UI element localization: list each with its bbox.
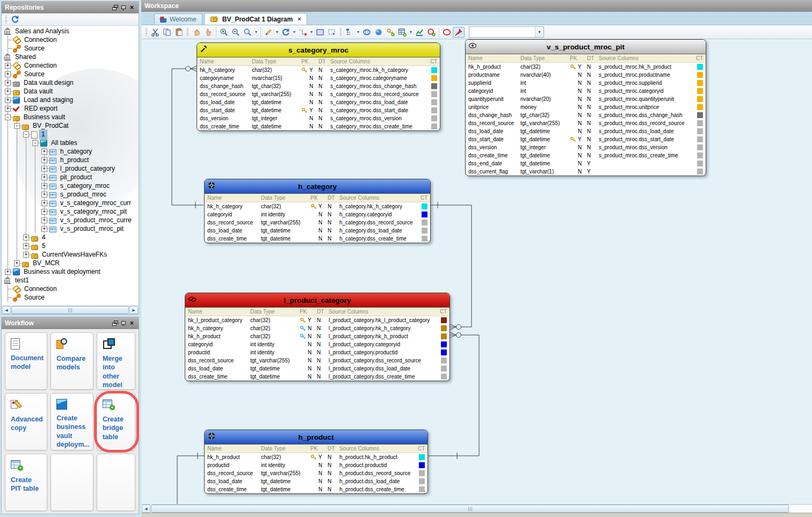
table-row-dss-load-date[interactable]: dss_load_datetgt_datetimeNNh_product.dss… <box>205 477 427 485</box>
tree-item-business-vault[interactable]: -Business vault <box>3 113 139 121</box>
diagram-table-s-category-mroc[interactable]: s_category_mrocNameData TypePKDTSource C… <box>197 42 440 131</box>
tree-layout-dropdown[interactable]: ▼ <box>356 27 361 38</box>
table-row-dss-start-date[interactable]: dss_start_datetgt_datetimeYNs_product_mr… <box>466 135 706 143</box>
table-row-dss-change-hash[interactable]: dss_change_hashtgt_char(32)NNs_product_m… <box>466 111 706 119</box>
scrollbar-thumb[interactable] <box>151 505 789 513</box>
tree-item-1[interactable]: -1 <box>3 130 139 139</box>
table-row-dss-start-date[interactable]: dss_start_datetgt_datetimeYNs_category_m… <box>197 106 440 114</box>
add-key-button[interactable] <box>385 27 396 38</box>
tree-item-data-vault-design[interactable]: +Data vault design <box>3 78 139 87</box>
float-panel-icon[interactable] <box>111 4 118 11</box>
expand-icon[interactable]: + <box>14 260 20 266</box>
table-row-dss-record-source[interactable]: dss_record_sourcetgt_varchar(255)NNs_cat… <box>197 90 440 98</box>
table-row-dss-create-time[interactable]: dss_create_timetgt_datetimeNNs_category_… <box>197 122 440 130</box>
tree-item-pit-product[interactable]: +pit_product <box>3 173 139 181</box>
expand-icon[interactable]: + <box>41 174 47 180</box>
tree-item-connection[interactable]: Connection <box>3 285 139 293</box>
tree-item-source[interactable]: +Source <box>3 70 139 78</box>
expand-icon[interactable]: + <box>41 166 47 172</box>
table-row-dss-version[interactable]: dss_versiontgt_integerNNs_category_mroc.… <box>197 114 440 122</box>
fit-diagram-button[interactable] <box>314 27 326 38</box>
tree-item-source[interactable]: Source <box>3 293 139 302</box>
table-row-dss-create-time[interactable]: dss_create_timetgt_datetimeNNh_product.d… <box>205 485 427 493</box>
tree-item-bv-prodcat[interactable]: -BV_ProdCat <box>3 121 139 130</box>
table-row-hk-h-product[interactable]: hk_h_productchar(32)NNl_product_category… <box>185 332 450 340</box>
pencil-dropdown[interactable]: ▼ <box>274 27 280 38</box>
ellipse-button[interactable] <box>361 27 373 38</box>
chevron-down-icon[interactable]: ▼ <box>535 27 543 37</box>
tree-item-4[interactable]: +4 <box>3 233 139 242</box>
scroll-left-icon[interactable]: ◀ <box>2 306 11 314</box>
table-row-categoryid[interactable]: categoryidintNNs_product_mroc.categoryid <box>466 87 706 95</box>
tree-item-v-s-product-mroc-curre[interactable]: +v_s_product_mroc_curre <box>3 216 139 224</box>
expand-icon[interactable]: + <box>23 235 29 241</box>
tree-item-l-product-category[interactable]: +l_product_category <box>3 164 139 173</box>
tree-item-connection[interactable]: +Connection <box>3 61 139 70</box>
table-row-dss-record-source[interactable]: dss_record_sourcetgt_varchar(255)NNh_cat… <box>205 219 430 227</box>
tree-item-test1[interactable]: test1 <box>3 276 139 285</box>
chart-button[interactable] <box>414 27 425 38</box>
workflow-tile-create-bridge-table[interactable]: Create bridge table <box>97 393 135 450</box>
expand-icon[interactable]: + <box>41 192 47 198</box>
rotate-dropdown[interactable]: ▼ <box>292 27 297 38</box>
pencil-button[interactable] <box>263 27 274 38</box>
diagram-canvas[interactable]: s_category_mrocNameData TypePKDTSource C… <box>141 39 812 504</box>
diagram-table-v-s-product-mroc-pit[interactable]: v_s_product_mroc_pitNameData TypePKDTSou… <box>465 39 706 176</box>
diagram-table-l-product-category[interactable]: l_product_categoryNameData TypePKDTSourc… <box>185 293 450 381</box>
zoom-out-button[interactable] <box>230 27 242 38</box>
sphere-button[interactable] <box>373 27 385 38</box>
tree-item-data-vault[interactable]: +Data vault <box>3 87 139 96</box>
tree-item-connection[interactable]: Connection <box>3 35 139 44</box>
float-panel-icon[interactable] <box>111 320 118 327</box>
expand-icon[interactable]: + <box>41 149 47 155</box>
tab-bv-prodcat-1-diagram[interactable]: BV_ProdCat 1 Diagram × <box>204 13 307 25</box>
copy-button[interactable] <box>161 27 173 38</box>
table-row-productid[interactable]: productidint identityNNh_product.product… <box>205 461 427 469</box>
expand-icon[interactable]: + <box>41 226 47 232</box>
tree-item-source[interactable]: Source <box>3 44 139 53</box>
workflow-tile-advanced-copy[interactable]: Advanced copy <box>5 393 47 450</box>
expand-icon[interactable]: + <box>5 97 11 103</box>
refresh-button[interactable] <box>9 14 21 25</box>
add-table-button[interactable] <box>396 27 408 38</box>
close-panel-icon[interactable]: × <box>128 320 135 327</box>
table-row-supplierid[interactable]: supplieridintNNs_product_mroc.supplierid <box>466 79 706 87</box>
table-row-dss-end-date[interactable]: dss_end_datetgt_datetimeNY <box>466 159 706 168</box>
table-row-dss-load-date[interactable]: dss_load_datetgt_datetimeNNs_category_mr… <box>197 98 440 106</box>
close-tab-icon[interactable]: × <box>298 16 301 22</box>
expand-icon[interactable]: + <box>5 63 11 69</box>
tree-item-red-export[interactable]: +RED export <box>3 104 139 113</box>
connector-dropdown[interactable]: ▼ <box>309 27 314 38</box>
expand-icon[interactable]: + <box>23 252 29 258</box>
tree-layout-button[interactable] <box>344 27 356 38</box>
zoom-dropdown[interactable]: ▼ <box>253 27 259 38</box>
expand-icon[interactable]: + <box>5 71 11 77</box>
close-panel-icon[interactable]: × <box>128 4 135 11</box>
zoom-in-button[interactable] <box>218 27 230 38</box>
zoom-button[interactable] <box>242 27 253 38</box>
collapse-icon[interactable]: - <box>23 132 29 137</box>
connector-button[interactable] <box>297 27 309 38</box>
tree-item-v-s-category-mroc-pit[interactable]: +v_s_category_mroc_pit <box>3 207 139 216</box>
workflow-tile-create-pit-table[interactable]: Create PIT table <box>5 454 47 511</box>
pin-panel-icon[interactable] <box>120 4 127 11</box>
table-row-dss-load-date[interactable]: dss_load_datetgt_datetimeNNs_product_mro… <box>466 127 706 135</box>
table-row-dss-create-time[interactable]: dss_create_timetgt_datetimeNNs_product_m… <box>466 151 706 159</box>
collapse-icon[interactable]: - <box>32 140 38 146</box>
repositories-scrollbar[interactable]: ◀ ▶ <box>2 305 139 314</box>
pin-panel-icon[interactable] <box>120 320 127 327</box>
table-row-dss-change-hash[interactable]: dss_change_hashtgt_char(32)NNs_category_… <box>197 82 440 90</box>
scrollbar-thumb[interactable] <box>11 306 129 314</box>
red-ellipse-button[interactable] <box>441 27 453 38</box>
expand-icon[interactable]: + <box>41 157 47 163</box>
tree-item-bv-mcr[interactable]: +BV_MCR <box>3 259 139 267</box>
table-row-categoryid[interactable]: categoryidint identityNNl_product_catego… <box>185 340 450 348</box>
expand-icon[interactable]: + <box>5 269 11 275</box>
diagram-table-h-product[interactable]: h_productNameData TypePKDTSource Columns… <box>204 429 428 494</box>
add-circle-button[interactable] <box>425 27 437 38</box>
pin-button[interactable] <box>453 27 465 38</box>
table-row-categoryid[interactable]: categoryidint identityNNh_category.categ… <box>205 210 430 219</box>
table-row-dss-record-source[interactable]: dss_record_sourcetgt_varchar(255)NNl_pro… <box>185 356 450 365</box>
diagram-combobox[interactable]: ▼ <box>469 26 544 38</box>
table-row-dss-create-time[interactable]: dss_create_timetgt_datetimeNNh_category.… <box>205 235 430 243</box>
